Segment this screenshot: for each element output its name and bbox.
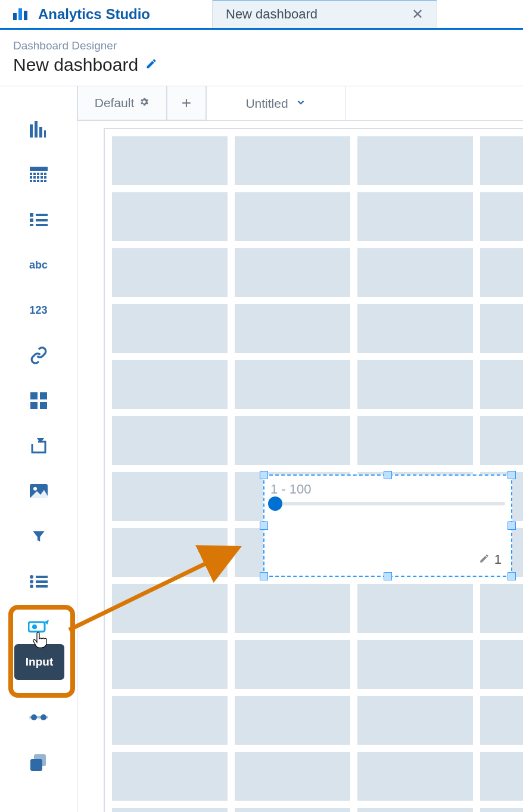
grid-cell[interactable]	[112, 472, 228, 521]
grid-cell[interactable]	[357, 248, 473, 297]
svg-point-39	[30, 585, 33, 588]
svg-rect-7	[30, 167, 48, 171]
close-icon[interactable]: ✕	[412, 6, 424, 23]
input-widget-instance[interactable]: 1 - 100 1	[263, 474, 512, 577]
grid-cell[interactable]	[235, 584, 350, 633]
image-widget-icon[interactable]	[21, 481, 57, 501]
grid-cell[interactable]	[480, 248, 523, 297]
grid-cell[interactable]	[112, 584, 228, 633]
grid-cell[interactable]	[480, 304, 523, 353]
svg-rect-21	[41, 180, 43, 182]
grid-cell[interactable]	[480, 360, 523, 409]
slider-track[interactable]	[270, 502, 505, 505]
grid-cell[interactable]	[480, 640, 523, 689]
grid-cell[interactable]	[112, 360, 228, 409]
filter-widget-icon[interactable]	[21, 526, 57, 546]
svg-rect-26	[36, 219, 48, 221]
resize-handle[interactable]	[384, 471, 392, 479]
grid-cell[interactable]	[357, 304, 473, 353]
grid-cell[interactable]	[112, 192, 228, 241]
list-widget-icon[interactable]	[21, 210, 57, 230]
grid-cell[interactable]	[235, 696, 350, 745]
resize-handle[interactable]	[260, 471, 268, 479]
grid-cell[interactable]	[480, 752, 523, 801]
grid-cell[interactable]	[480, 584, 523, 633]
grid-cell[interactable]	[357, 192, 473, 241]
embed-widget-icon[interactable]	[21, 436, 57, 456]
grid-cell[interactable]	[112, 248, 228, 297]
svg-point-35	[30, 575, 33, 579]
grid-cell[interactable]	[235, 192, 350, 241]
layout-tab-default[interactable]: Default	[77, 86, 167, 120]
grid-cell[interactable]	[480, 808, 523, 812]
grid-cell[interactable]	[357, 584, 473, 633]
resize-handle[interactable]	[508, 521, 516, 530]
text-widget-icon[interactable]: abc	[21, 255, 57, 275]
chart-widget-icon[interactable]	[21, 119, 57, 139]
grid-cell[interactable]	[112, 416, 228, 465]
grid-cell[interactable]	[112, 696, 228, 745]
grid-cell[interactable]	[112, 528, 228, 577]
svg-rect-32	[40, 402, 47, 409]
table-widget-icon[interactable]	[21, 164, 57, 185]
grid-cell[interactable]	[235, 248, 350, 297]
stack-widget-icon[interactable]	[21, 752, 57, 773]
grid-cell[interactable]	[357, 416, 473, 465]
canvas-grid-area[interactable]: 1 - 100 1	[104, 128, 523, 812]
resize-handle[interactable]	[260, 572, 268, 580]
grid-cell[interactable]	[112, 808, 228, 812]
resize-handle[interactable]	[508, 471, 516, 479]
grid-cell[interactable]	[235, 136, 350, 185]
grid-cell[interactable]	[112, 304, 228, 353]
container-widget-icon[interactable]	[21, 391, 57, 411]
slider-value: 1	[494, 552, 502, 567]
input-widget-icon[interactable]	[21, 617, 57, 637]
range-widget-icon[interactable]	[21, 707, 57, 727]
grid-cell[interactable]	[357, 696, 473, 745]
widget-palette: abc 123 12	[0, 86, 77, 812]
edit-value-icon[interactable]	[479, 552, 490, 567]
grid-cell[interactable]	[112, 752, 228, 801]
number-widget-icon[interactable]: 123	[21, 300, 57, 320]
svg-rect-5	[39, 127, 42, 138]
edit-title-icon[interactable]	[145, 58, 157, 72]
resize-handle[interactable]	[260, 521, 268, 530]
grid-cell[interactable]	[480, 416, 523, 465]
grid-cell[interactable]	[235, 808, 350, 812]
svg-rect-38	[36, 580, 48, 583]
grid-cell[interactable]	[112, 640, 228, 689]
resize-handle[interactable]	[384, 572, 392, 580]
grid-cell[interactable]	[357, 752, 473, 801]
grid-cell[interactable]	[235, 304, 350, 353]
add-layout-button[interactable]: +	[167, 86, 206, 120]
svg-rect-2	[24, 11, 27, 20]
grid-cell[interactable]	[112, 136, 228, 185]
canvas: Default + Untitled	[77, 86, 523, 812]
grid-cell[interactable]	[235, 752, 350, 801]
slider-thumb[interactable]	[268, 496, 282, 511]
svg-rect-30	[40, 392, 47, 399]
grid-cell[interactable]	[235, 640, 350, 689]
page-tab-untitled-label: Untitled	[245, 96, 288, 111]
page-tab-untitled[interactable]: Untitled	[206, 86, 345, 120]
grid-cell[interactable]	[357, 808, 473, 812]
grid-cell[interactable]	[235, 360, 350, 409]
svg-rect-52	[30, 759, 42, 771]
link-widget-icon[interactable]	[21, 345, 57, 366]
grid-cell[interactable]	[357, 136, 473, 185]
grid-cell[interactable]	[357, 640, 473, 689]
bullet-list-widget-icon[interactable]	[21, 571, 57, 592]
grid-cell[interactable]	[480, 192, 523, 241]
svg-rect-11	[41, 173, 43, 175]
resize-handle[interactable]	[508, 572, 516, 580]
svg-point-42	[32, 624, 37, 629]
grid-cell[interactable]	[357, 360, 473, 409]
svg-rect-0	[13, 13, 17, 20]
grid-cell[interactable]	[480, 696, 523, 745]
grid-cell[interactable]	[480, 136, 523, 185]
svg-rect-1	[18, 8, 22, 20]
tab-new-dashboard[interactable]: New dashboard ✕	[212, 0, 437, 28]
grid-cell[interactable]	[235, 416, 350, 465]
slider-range-label: 1 - 100	[270, 482, 505, 497]
breadcrumb: Dashboard Designer	[13, 39, 510, 52]
